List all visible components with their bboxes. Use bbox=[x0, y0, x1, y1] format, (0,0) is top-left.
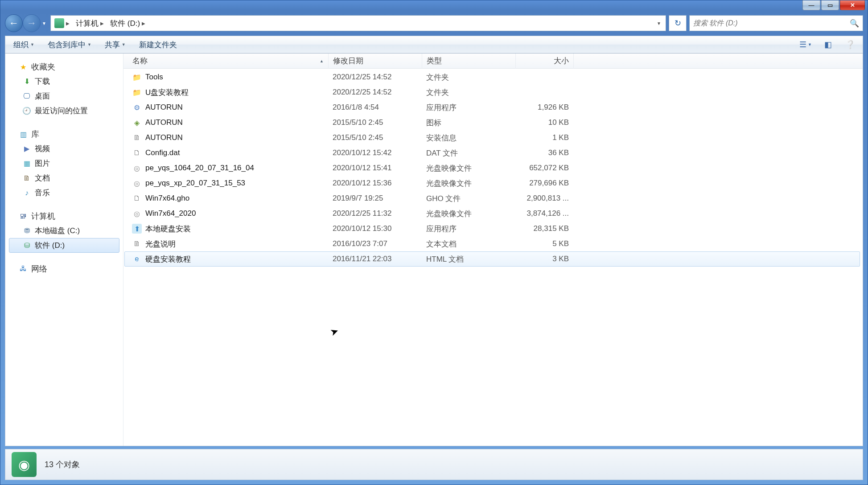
file-row[interactable]: ◎pe_yqs_xp_20_07_31_15_532020/10/12 15:3… bbox=[124, 176, 860, 191]
preview-pane-button[interactable]: ◧ bbox=[821, 38, 835, 51]
search-box[interactable]: 🔍 bbox=[689, 15, 863, 31]
nav-libraries-label: 库 bbox=[31, 129, 39, 140]
mus-icon: ♪ bbox=[22, 189, 31, 197]
breadcrumb-label: 软件 (D:) bbox=[110, 18, 140, 29]
minimize-icon: — bbox=[809, 2, 815, 8]
file-name-cell: 📁U盘安装教程 bbox=[125, 87, 328, 98]
file-list: 名称 ▲ 修改日期 类型 大小 📁Tools2020/12/25 14:52文件… bbox=[123, 53, 863, 446]
share-menu[interactable]: 共享 ▼ bbox=[102, 38, 128, 52]
file-date: 2016/11/21 22:03 bbox=[328, 255, 422, 263]
file-name: Win7x64.gho bbox=[145, 194, 189, 203]
address-bar[interactable]: ▶ 计算机 ▶ 软件 (D:) ▶ ▼ bbox=[50, 15, 666, 31]
organize-label: 组织 bbox=[13, 40, 29, 50]
file-type: 光盘映像文件 bbox=[422, 163, 515, 173]
minimize-button[interactable]: — bbox=[802, 0, 820, 10]
column-size[interactable]: 大小 bbox=[516, 53, 574, 69]
file-size: 10 KB bbox=[515, 118, 573, 127]
help-button[interactable]: ❔ bbox=[843, 38, 857, 51]
file-name-cell: ⬆本地硬盘安装 bbox=[125, 224, 328, 234]
back-button[interactable]: ← bbox=[5, 14, 23, 32]
sidebar-item-computer-1[interactable]: ⛁软件 (D:) bbox=[9, 238, 119, 253]
file-row[interactable]: 🗎AUTORUN2015/5/10 2:45安装信息1 KB bbox=[124, 130, 860, 145]
window-controls: — ▭ ✕ bbox=[802, 0, 865, 10]
search-icon[interactable]: 🔍 bbox=[850, 19, 859, 28]
details-pane: ◉ 13 个对象 bbox=[5, 449, 863, 480]
drive-large-icon: ◉ bbox=[12, 452, 37, 477]
file-rows[interactable]: 📁Tools2020/12/25 14:52文件夹📁U盘安装教程2020/12/… bbox=[123, 69, 863, 446]
exe-icon: ⚙ bbox=[132, 103, 142, 112]
sidebar-item-libraries-2[interactable]: 🗎文档 bbox=[9, 171, 119, 185]
sidebar-item-favorites-2[interactable]: 🕘最近访问的位置 bbox=[9, 103, 119, 118]
breadcrumb-computer[interactable]: 计算机 ▶ bbox=[73, 16, 107, 30]
chevron-down-icon: ▼ bbox=[30, 42, 34, 47]
column-type[interactable]: 类型 bbox=[422, 53, 516, 69]
view-menu[interactable]: ☰ ▼ bbox=[798, 38, 813, 51]
sidebar-item-libraries-3[interactable]: ♪音乐 bbox=[9, 185, 119, 200]
file-name-cell: ◎pe_yqs_1064_20_07_31_16_04 bbox=[125, 163, 328, 173]
file-date: 2019/9/7 19:25 bbox=[328, 194, 422, 203]
file-row[interactable]: ⬆本地硬盘安装2020/10/12 15:30应用程序28,315 KB bbox=[124, 221, 860, 236]
address-dropdown[interactable]: ▼ bbox=[653, 19, 665, 28]
file-row[interactable]: 🗋Config.dat2020/10/12 15:42DAT 文件36 KB bbox=[124, 145, 860, 160]
file-name-cell: 🗋Win7x64.gho bbox=[125, 193, 328, 203]
file-row[interactable]: ◎pe_yqs_1064_20_07_31_16_042020/10/12 15… bbox=[124, 160, 860, 176]
file-name: 本地硬盘安装 bbox=[145, 224, 191, 234]
forward-arrow-icon: → bbox=[27, 17, 37, 29]
include-in-library-menu[interactable]: 包含到库中 ▼ bbox=[45, 38, 94, 52]
search-input[interactable] bbox=[693, 19, 850, 27]
nav-network-header[interactable]: ▷ 🖧 网络 bbox=[9, 262, 119, 276]
doc-icon: 🗎 bbox=[22, 174, 31, 183]
file-row[interactable]: ◎Win7x64_20202020/12/25 11:32光盘映像文件3,874… bbox=[124, 206, 860, 221]
file-name-cell: 🗋Config.dat bbox=[125, 148, 328, 158]
history-dropdown[interactable]: ▼ bbox=[41, 17, 48, 29]
preview-pane-icon: ◧ bbox=[824, 40, 832, 49]
file-date: 2016/10/23 7:07 bbox=[328, 239, 422, 248]
file-row[interactable]: ◈AUTORUN2015/5/10 2:45图标10 KB bbox=[124, 115, 860, 130]
nav-computer-header[interactable]: ▷ 🖳 计算机 bbox=[9, 209, 119, 223]
breadcrumb-root-icon[interactable]: ▶ bbox=[52, 16, 73, 30]
sidebar-item-favorites-0[interactable]: ⬇下载 bbox=[9, 74, 119, 89]
ico-icon: ◈ bbox=[132, 118, 142, 127]
sidebar-item-computer-0[interactable]: ⛃本地磁盘 (C:) bbox=[9, 223, 119, 238]
fold-icon: 📁 bbox=[132, 72, 142, 82]
file-row[interactable]: 🗎光盘说明2016/10/23 7:07文本文档5 KB bbox=[124, 236, 860, 251]
file-type: DAT 文件 bbox=[422, 148, 515, 158]
desk-icon: 🖵 bbox=[22, 92, 31, 101]
include-label: 包含到库中 bbox=[48, 40, 86, 50]
sidebar-item-libraries-1[interactable]: ▦图片 bbox=[9, 156, 119, 171]
file-size: 1,926 KB bbox=[515, 103, 573, 112]
file-row[interactable]: 📁U盘安装教程2020/12/25 14:52文件夹 bbox=[124, 85, 860, 100]
nav-network-label: 网络 bbox=[31, 263, 47, 274]
sidebar-item-favorites-1[interactable]: 🖵桌面 bbox=[9, 89, 119, 103]
organize-menu[interactable]: 组织 ▼ bbox=[11, 38, 37, 52]
status-text: 13 个对象 bbox=[45, 459, 80, 470]
column-date[interactable]: 修改日期 bbox=[329, 53, 422, 69]
file-row[interactable]: 📁Tools2020/12/25 14:52文件夹 bbox=[124, 70, 860, 85]
column-name[interactable]: 名称 ▲ bbox=[123, 53, 329, 69]
iso-icon: ◎ bbox=[132, 178, 142, 188]
file-row[interactable]: 🗋Win7x64.gho2019/9/7 19:25GHO 文件2,900,81… bbox=[124, 191, 860, 206]
content-area: ▷ ★ 收藏夹 ⬇下载🖵桌面🕘最近访问的位置 ▷ ▥ 库 ▶视频▦图片🗎文档♪音… bbox=[5, 53, 863, 446]
file-type: 光盘映像文件 bbox=[422, 209, 515, 219]
maximize-button[interactable]: ▭ bbox=[821, 0, 839, 10]
navigation-pane: ▷ ★ 收藏夹 ⬇下载🖵桌面🕘最近访问的位置 ▷ ▥ 库 ▶视频▦图片🗎文档♪音… bbox=[5, 53, 123, 446]
chevron-right-icon: ▶ bbox=[99, 21, 105, 26]
file-row[interactable]: e硬盘安装教程2016/11/21 22:03HTML 文档3 KB bbox=[124, 251, 860, 267]
file-date: 2020/12/25 11:32 bbox=[328, 209, 422, 218]
sidebar-item-label: 图片 bbox=[35, 158, 50, 169]
new-folder-button[interactable]: 新建文件夹 bbox=[136, 38, 180, 52]
nav-favorites-label: 收藏夹 bbox=[31, 62, 55, 72]
nav-libraries-header[interactable]: ▷ ▥ 库 bbox=[9, 127, 119, 141]
forward-button[interactable]: → bbox=[23, 14, 41, 32]
breadcrumb-drive[interactable]: 软件 (D:) ▶ bbox=[107, 16, 149, 30]
inf-icon: 🗎 bbox=[132, 133, 142, 143]
close-button[interactable]: ✕ bbox=[840, 0, 865, 10]
refresh-button[interactable]: ↻ bbox=[669, 15, 687, 31]
file-name: Config.dat bbox=[145, 148, 180, 157]
share-label: 共享 bbox=[105, 40, 120, 50]
file-row[interactable]: ⚙AUTORUN2016/1/8 4:54应用程序1,926 KB bbox=[124, 100, 860, 115]
sidebar-item-libraries-0[interactable]: ▶视频 bbox=[9, 141, 119, 156]
file-size: 3,874,126 ... bbox=[515, 209, 573, 218]
file-date: 2015/5/10 2:45 bbox=[328, 118, 422, 127]
nav-favorites-header[interactable]: ▷ ★ 收藏夹 bbox=[9, 60, 119, 74]
